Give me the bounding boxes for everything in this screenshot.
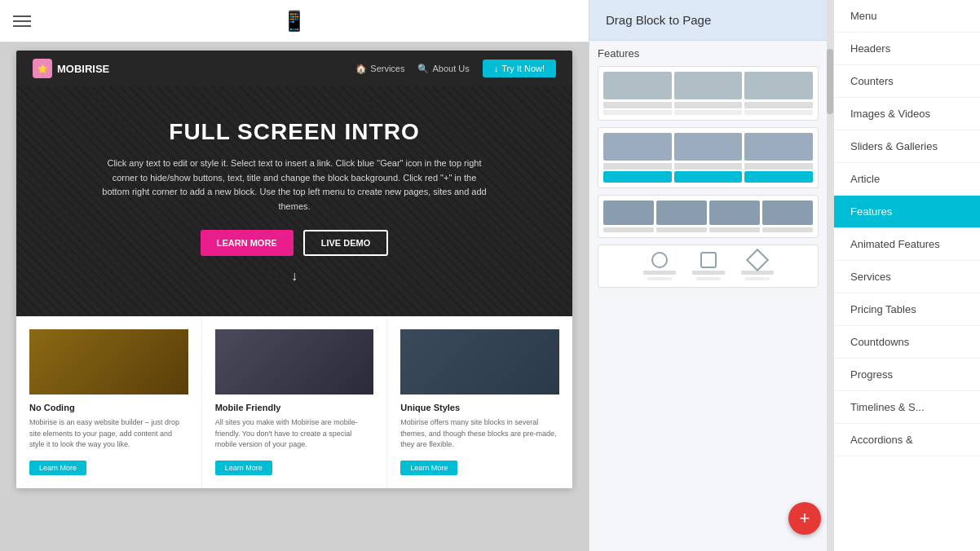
card-title-3: Unique Styles bbox=[400, 403, 559, 412]
drag-panel-content: Drag Block to Page Features bbox=[589, 0, 827, 551]
card-item-1: No Coding Mobirise is an easy website bu… bbox=[16, 316, 202, 488]
scrollbar[interactable] bbox=[827, 0, 833, 551]
preview-card-1[interactable] bbox=[598, 66, 819, 121]
category-headers[interactable]: Headers bbox=[834, 33, 980, 65]
drag-panel-wrapper: Drag Block to Page Features bbox=[589, 0, 833, 551]
cards-section: No Coding Mobirise is an easy website bu… bbox=[16, 316, 572, 488]
scroll-arrow: ↓ bbox=[291, 269, 298, 284]
site-nav: 🌟 MOBIRISE 🏠 Services 🔍 About Us ↓ Try I… bbox=[16, 51, 572, 86]
category-pricing[interactable]: Pricing Tables bbox=[834, 293, 980, 326]
category-menu[interactable]: Menu bbox=[834, 0, 980, 33]
category-progress[interactable]: Progress bbox=[834, 359, 980, 391]
card-btn-1[interactable]: Learn More bbox=[29, 461, 86, 475]
top-bar: 📱 bbox=[0, 0, 589, 42]
logo-icon: 🌟 bbox=[33, 59, 52, 78]
drag-panel-header: Drag Block to Page bbox=[589, 0, 827, 41]
nav-cta-button[interactable]: ↓ Try It Now! bbox=[483, 60, 556, 77]
card-text-2: All sites you make with Mobirise are mob… bbox=[215, 417, 374, 451]
preview-grid bbox=[589, 63, 827, 551]
category-countdowns[interactable]: Countdowns bbox=[834, 326, 980, 359]
add-block-button[interactable]: + bbox=[788, 502, 821, 535]
category-accordions[interactable]: Accordions & bbox=[834, 424, 980, 456]
hero-description: Click any text to edit or style it. Sele… bbox=[99, 156, 490, 214]
hero-buttons: LEARN MORE LIVE DEMO bbox=[99, 230, 490, 256]
categories-panel: Menu Headers Counters Images & Videos Sl… bbox=[833, 0, 980, 551]
nav-link-services: 🏠 Services bbox=[355, 64, 404, 74]
hero-title: FULL SCREEN INTRO bbox=[99, 119, 490, 145]
category-timelines[interactable]: Timelines & S... bbox=[834, 391, 980, 424]
hero-content: FULL SCREEN INTRO Click any text to edit… bbox=[99, 119, 490, 256]
card-item-2: Mobile Friendly All sites you make with … bbox=[202, 316, 388, 488]
logo-text: MOBIRISE bbox=[57, 63, 109, 75]
live-demo-button[interactable]: LIVE DEMO bbox=[303, 230, 389, 256]
category-article[interactable]: Article bbox=[834, 163, 980, 196]
site-nav-links: 🏠 Services 🔍 About Us ↓ Try It Now! bbox=[355, 60, 556, 77]
card-btn-3[interactable]: Learn More bbox=[400, 461, 457, 475]
features-label: Features bbox=[589, 41, 827, 63]
card-text-3: Mobirise offers many site blocks in seve… bbox=[400, 417, 559, 451]
site-logo: 🌟 MOBIRISE bbox=[33, 59, 109, 78]
device-icon: 📱 bbox=[282, 10, 307, 33]
category-animated-features[interactable]: Animated Features bbox=[834, 228, 980, 261]
card-title-1: No Coding bbox=[29, 403, 188, 412]
scrollbar-thumb[interactable] bbox=[827, 49, 833, 114]
card-image-3 bbox=[400, 329, 559, 395]
category-counters[interactable]: Counters bbox=[834, 65, 980, 98]
card-image-2 bbox=[215, 329, 374, 395]
card-title-2: Mobile Friendly bbox=[215, 403, 374, 412]
category-features[interactable]: Features bbox=[834, 196, 980, 228]
category-sliders[interactable]: Sliders & Galleries bbox=[834, 130, 980, 163]
category-services[interactable]: Services bbox=[834, 261, 980, 293]
card-btn-2[interactable]: Learn More bbox=[215, 461, 272, 475]
card-item-3: Unique Styles Mobirise offers many site … bbox=[387, 316, 572, 488]
card-image-1 bbox=[29, 329, 188, 395]
preview-card-3[interactable] bbox=[598, 195, 819, 238]
category-images[interactable]: Images & Videos bbox=[834, 98, 980, 130]
card-text-1: Mobirise is an easy website builder – ju… bbox=[29, 417, 188, 451]
website-frame: 🌟 MOBIRISE 🏠 Services 🔍 About Us ↓ Try I… bbox=[16, 51, 572, 488]
hamburger-menu[interactable] bbox=[13, 15, 31, 27]
preview-card-2[interactable] bbox=[598, 127, 819, 188]
preview-card-4[interactable] bbox=[598, 245, 819, 288]
nav-link-about: 🔍 About Us bbox=[417, 64, 469, 74]
preview-container: 🌟 MOBIRISE 🏠 Services 🔍 About Us ↓ Try I… bbox=[0, 42, 589, 551]
learn-more-button[interactable]: LEARN MORE bbox=[201, 230, 294, 256]
hero-section: FULL SCREEN INTRO Click any text to edit… bbox=[16, 86, 572, 316]
